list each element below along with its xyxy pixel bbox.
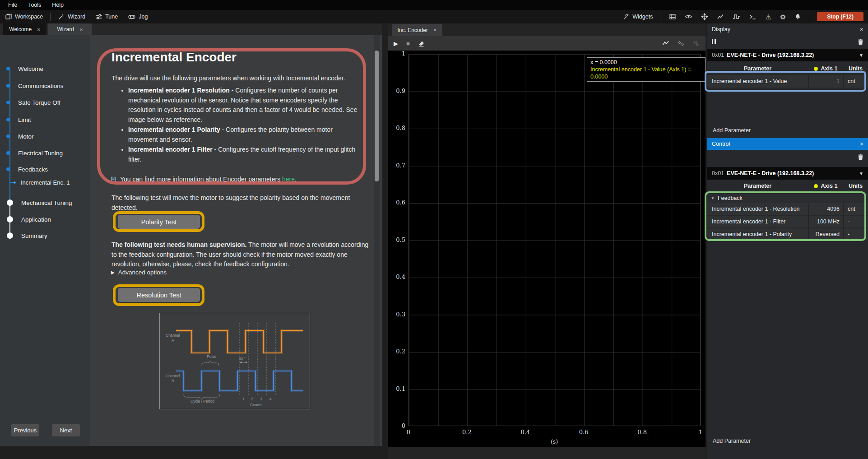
status-icon-strip: ⚠ ⚙ <box>663 13 808 20</box>
chevron-down-icon: ▼ <box>711 196 715 200</box>
step-dot <box>6 118 10 121</box>
scope-toolbar: ▶ ■ <box>388 36 706 51</box>
svg-text:2: 2 <box>251 397 253 401</box>
multi-signal-icon[interactable] <box>677 40 685 47</box>
info-note: You can find more information about Enco… <box>110 176 297 183</box>
device-selector-1[interactable]: 0x01 EVE-NET-E - Drive (192.168.3.22) ▼ <box>707 49 868 61</box>
sidebar-item-motor[interactable]: Motor <box>0 130 34 142</box>
play-icon[interactable]: ▶ <box>394 40 398 47</box>
sidebar-item-mechanical-tuning[interactable]: Mechanical Tuning <box>0 197 72 209</box>
here-link[interactable]: here <box>282 176 295 183</box>
menu-file[interactable]: File <box>3 2 23 8</box>
svg-text:Channel: Channel <box>166 333 180 338</box>
sidebar-item-incremental-enc-1[interactable]: Incremental Enc. 1 <box>0 176 70 188</box>
content-scrollbar[interactable] <box>374 35 380 446</box>
sidebar-item-electrical-tuning[interactable]: Electrical Tuning <box>0 147 63 159</box>
parameter-bullet-list: Incremental encoder 1 Resolution - Confi… <box>111 86 361 165</box>
supervision-paragraph: The following test needs human supervisi… <box>111 240 371 269</box>
x-axis-unit: (s) <box>543 438 565 445</box>
jog-button[interactable]: Jog <box>123 10 153 23</box>
sidebar-item-feedbacks[interactable]: Feedbacks <box>0 163 48 175</box>
axis-color-dot <box>814 184 818 188</box>
close-icon[interactable]: × <box>860 26 863 33</box>
workspace-button[interactable]: Workspace <box>0 10 48 23</box>
step-dot <box>6 67 10 70</box>
settings-gear-icon[interactable]: ⚙ <box>780 14 786 20</box>
tab-welcome[interactable]: Welcome × <box>3 23 46 35</box>
bullet-resolution: Incremental encoder 1 Resolution - Confi… <box>128 86 361 125</box>
y-tick: 0.5 <box>388 236 405 243</box>
sidebar-item-safe-torque-off[interactable]: Safe Torque Off <box>0 97 60 108</box>
step-dot <box>6 84 10 88</box>
sidebar-item-application[interactable]: Application <box>0 213 51 225</box>
svg-text:3: 3 <box>260 397 262 401</box>
display-panel: Display × 0x01 EVE-NET-E - Drive (192.16… <box>707 23 868 459</box>
tab-wizard[interactable]: Wizard × <box>48 23 92 35</box>
cursor-tooltip: x = 0.0000 Incremental encoder 1 - Value… <box>587 57 706 82</box>
svg-text:4: 4 <box>269 397 272 401</box>
add-parameter-button[interactable]: Add Parameter <box>713 438 751 444</box>
trash-icon[interactable] <box>858 153 863 160</box>
tab-inc-encoder[interactable]: Inc. Encoder × <box>392 24 442 36</box>
pulse-signal-icon[interactable] <box>733 13 740 20</box>
previous-button[interactable]: Previous <box>11 424 39 436</box>
add-parameter-button[interactable]: Add Parameter <box>713 127 751 134</box>
x-tick: 0.2 <box>456 429 478 436</box>
notifications-bell-icon[interactable] <box>794 13 801 20</box>
step-dot <box>7 216 13 223</box>
split-signal-icon[interactable] <box>692 40 700 47</box>
table-row-polarity[interactable]: Incremental encoder 1 - Polarity Reverse… <box>707 228 868 240</box>
registers-table-icon[interactable] <box>669 13 676 20</box>
scope-panel: Inc. Encoder × ▶ ■ <box>388 23 706 459</box>
close-icon[interactable]: × <box>860 140 863 148</box>
toolbar-separator <box>50 13 51 21</box>
stop-icon[interactable]: ■ <box>406 40 410 47</box>
scrollbar-thumb[interactable] <box>375 51 379 181</box>
scope-chart-icon[interactable] <box>717 13 724 20</box>
signal-line-icon[interactable] <box>662 40 669 47</box>
motion-move-icon[interactable] <box>701 13 708 20</box>
device-selector-2[interactable]: 0x01 EVE-NET-E - Drive (192.168.3.22) ▼ <box>707 167 868 180</box>
gamepad-icon <box>128 13 136 20</box>
y-tick: 0.3 <box>388 311 405 318</box>
step-dot <box>6 134 10 138</box>
next-button[interactable]: Next <box>52 424 80 436</box>
y-tick: 0 <box>388 422 405 429</box>
close-icon[interactable]: × <box>79 26 83 33</box>
table-row-encoder-value[interactable]: Incremental encoder 1 - Value 1 cnt <box>707 75 868 88</box>
polarity-test-button[interactable]: Polarity Test <box>118 215 200 229</box>
sidebar-item-summary[interactable]: Summary <box>0 230 47 241</box>
close-icon[interactable]: × <box>37 26 41 33</box>
y-tick: 1 <box>388 50 405 57</box>
eraser-icon[interactable] <box>418 40 425 47</box>
advanced-options-toggle[interactable]: ▶ Advanced options <box>111 269 167 276</box>
table-row-resolution[interactable]: Incremental encoder 1 - Resolution 4096 … <box>707 203 868 215</box>
sidebar-item-welcome[interactable]: Welcome <box>0 63 43 74</box>
watch-eye-icon[interactable] <box>685 13 692 20</box>
terminal-icon[interactable] <box>749 13 757 20</box>
scope-plot-area[interactable]: 1 0.9 0.8 0.7 0.6 0.5 0.4 0.3 0.2 0.1 0 … <box>388 51 706 447</box>
warning-icon[interactable]: ⚠ <box>765 14 771 20</box>
trash-icon[interactable] <box>858 38 863 45</box>
widgets-button[interactable]: Widgets <box>618 14 658 20</box>
feedback-group-header[interactable]: ▼ Feedback <box>707 194 868 203</box>
sidebar-item-limit[interactable]: Limit <box>0 114 31 125</box>
control-section-tab[interactable]: Control × <box>707 138 868 150</box>
menu-tools[interactable]: Tools <box>23 2 46 8</box>
tune-button[interactable]: Tune <box>90 10 123 23</box>
wizard-button[interactable]: Wizard <box>53 10 90 23</box>
menu-help[interactable]: Help <box>46 2 69 8</box>
table-row-filter[interactable]: Incremental encoder 1 - Filter 100 MHz - <box>707 216 868 227</box>
polarity-test-description: The following test will move the motor t… <box>111 193 369 213</box>
resolution-test-button[interactable]: Resolution Test <box>118 288 200 302</box>
step-dot <box>6 101 10 104</box>
sidebar-item-communications[interactable]: Communications <box>0 80 64 92</box>
y-tick: 0.4 <box>388 274 405 280</box>
pause-icon[interactable] <box>712 39 716 44</box>
wizard-content: Incremental Encoder The drive will use t… <box>90 35 382 446</box>
main-toolbar: Workspace Wizard Tune Jog <box>0 10 868 23</box>
stop-button[interactable]: Stop (F12) <box>817 12 863 21</box>
close-icon[interactable]: × <box>433 27 437 33</box>
intro-paragraph: The drive will use the following paramet… <box>111 74 373 83</box>
wizard-step-sidebar: Welcome Communications Safe Torque Off L… <box>0 35 90 446</box>
